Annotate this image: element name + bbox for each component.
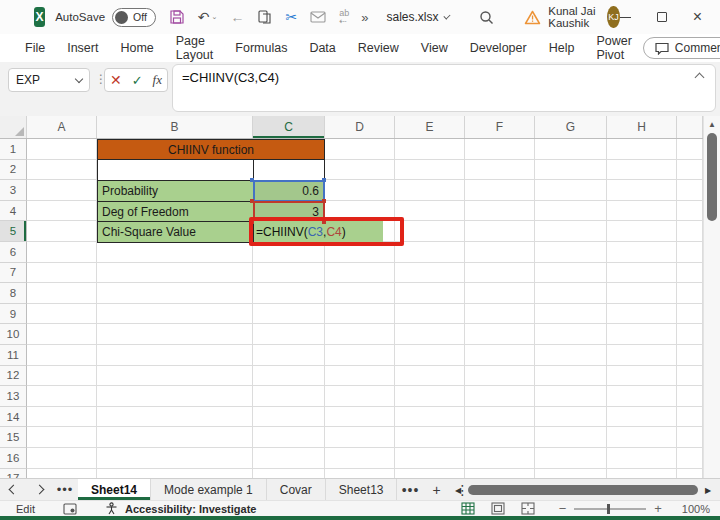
zoom-level[interactable]: 100%	[682, 503, 710, 515]
macro-record-icon[interactable]	[63, 503, 77, 515]
copy-icon[interactable]	[257, 7, 272, 27]
ribbon-tab-insert[interactable]: Insert	[56, 41, 109, 55]
cell-b4-label[interactable]: Deg of Freedom	[97, 201, 254, 223]
row-header-6[interactable]: 6	[0, 242, 27, 263]
zoom-out-icon[interactable]: −	[559, 501, 567, 516]
select-all-corner[interactable]	[0, 116, 27, 138]
ribbon-tab-developer[interactable]: Developer	[459, 41, 538, 55]
row-header-4[interactable]: 4	[0, 201, 27, 222]
column-header-h[interactable]: H	[607, 116, 677, 138]
row-header-12[interactable]: 12	[0, 366, 27, 387]
accessibility-icon[interactable]	[105, 502, 118, 515]
save-icon[interactable]	[169, 7, 185, 27]
cell-b3-label[interactable]: Probability	[97, 180, 254, 202]
user-name[interactable]: Kunal Jai Kaushik	[548, 5, 599, 29]
row-header-15[interactable]: 15	[0, 427, 27, 448]
name-box[interactable]: EXP	[8, 68, 90, 92]
row-header-14[interactable]: 14	[0, 407, 27, 428]
row-header-5[interactable]: 5	[0, 221, 27, 242]
sheet-tab-sheet13[interactable]: Sheet13	[326, 479, 398, 500]
ribbon-tab-power-pivot[interactable]: Power Pivot	[585, 34, 642, 62]
ribbon-tab-home[interactable]: Home	[109, 41, 164, 55]
spreadsheet-grid[interactable]: ABCDEFGH 1234567891011121314151617 CHIIN…	[0, 116, 703, 478]
cut-icon[interactable]: ✂	[285, 7, 297, 27]
name-box-chevron-icon[interactable]	[75, 75, 83, 83]
column-header-partial[interactable]	[677, 116, 703, 138]
vertical-scrollbar-thumb[interactable]	[707, 133, 717, 221]
cell-b2[interactable]	[97, 160, 325, 182]
sheet-tab-sheet14[interactable]: Sheet14	[78, 479, 151, 500]
ribbon-tab-help[interactable]: Help	[538, 41, 586, 55]
column-header-d[interactable]: D	[325, 116, 395, 138]
ribbon-tab-file[interactable]: File	[14, 41, 56, 55]
ribbon-tab-page-layout[interactable]: Page Layout	[165, 34, 225, 62]
maximize-button[interactable]	[657, 12, 667, 22]
column-header-b[interactable]: B	[97, 116, 253, 138]
scroll-up-icon[interactable]: ▲	[704, 116, 720, 129]
confirm-entry-icon[interactable]: ✓	[132, 73, 143, 88]
zoom-slider[interactable]	[574, 508, 646, 510]
normal-view-icon[interactable]	[461, 502, 475, 515]
sheet-tab-mode-example-1[interactable]: Mode example 1	[151, 479, 267, 500]
user-avatar[interactable]: KJ	[607, 6, 619, 28]
horizontal-scrollbar[interactable]: ◀ ▶	[452, 483, 714, 497]
collapse-formula-bar-icon[interactable]	[695, 73, 705, 83]
scroll-left-icon[interactable]: ◀	[452, 486, 464, 495]
cell-c3-value[interactable]: 0.6	[253, 180, 325, 202]
document-title-chevron-icon[interactable]	[444, 13, 451, 20]
zoom-slider-thumb[interactable]	[607, 504, 610, 514]
column-header-c[interactable]: C	[253, 116, 325, 138]
page-break-view-icon[interactable]	[521, 502, 535, 515]
comments-button[interactable]: Comments	[643, 37, 720, 59]
row-header-17[interactable]: 17	[0, 469, 27, 478]
undo-chevron-icon[interactable]: ⌄	[212, 13, 218, 21]
search-icon[interactable]	[479, 7, 494, 27]
row-header-9[interactable]: 9	[0, 304, 27, 325]
range-handle[interactable]	[322, 199, 326, 203]
row-header-8[interactable]: 8	[0, 283, 27, 304]
page-layout-view-icon[interactable]	[491, 502, 505, 515]
row-header-10[interactable]: 10	[0, 324, 27, 345]
cell-b1-title[interactable]: CHIINV function	[97, 139, 325, 160]
insert-function-icon[interactable]: fx	[153, 72, 162, 88]
row-header-7[interactable]: 7	[0, 263, 27, 284]
row-header-1[interactable]: 1	[0, 139, 27, 160]
add-sheet-icon[interactable]: +	[423, 479, 449, 500]
range-handle[interactable]	[322, 178, 326, 182]
ribbon-tab-view[interactable]: View	[410, 41, 459, 55]
sheet-nav-left-icon[interactable]	[0, 479, 26, 500]
vertical-scrollbar[interactable]: ▲	[703, 116, 720, 478]
range-handle[interactable]	[250, 199, 254, 203]
sheet-tab-covar[interactable]: Covar	[267, 479, 326, 500]
column-header-g[interactable]: G	[535, 116, 607, 138]
more-sheets-icon[interactable]: •••	[397, 479, 423, 500]
qat-overflow-icon[interactable]: »	[361, 10, 368, 25]
row-header-3[interactable]: 3	[0, 180, 27, 201]
sheet-nav-right-icon[interactable]	[26, 479, 52, 500]
minimize-button[interactable]	[620, 17, 631, 18]
column-header-a[interactable]: A	[27, 116, 97, 138]
horizontal-scrollbar-thumb[interactable]	[468, 485, 698, 495]
row-header-13[interactable]: 13	[0, 386, 27, 407]
ribbon-tab-data[interactable]: Data	[298, 41, 346, 55]
autosave-toggle[interactable]: Off	[112, 8, 156, 27]
close-button[interactable]: ×	[693, 12, 702, 22]
column-header-f[interactable]: F	[465, 116, 535, 138]
row-header-16[interactable]: 16	[0, 448, 27, 469]
zoom-in-icon[interactable]: +	[654, 501, 662, 516]
scroll-right-icon[interactable]: ▶	[702, 486, 714, 495]
row-header-11[interactable]: 11	[0, 345, 27, 366]
document-title[interactable]: sales.xlsx	[386, 10, 438, 24]
warning-icon[interactable]	[524, 7, 541, 27]
column-header-e[interactable]: E	[395, 116, 465, 138]
accessibility-status[interactable]: Accessibility: Investigate	[125, 503, 256, 515]
sheet-nav-more-icon[interactable]: •••	[52, 479, 78, 500]
ribbon-tab-formulas[interactable]: Formulas	[224, 41, 298, 55]
range-handle[interactable]	[250, 178, 254, 182]
formula-input[interactable]: =CHIINV(C3,C4)	[172, 64, 716, 112]
ribbon-tab-review[interactable]: Review	[347, 41, 410, 55]
cancel-entry-icon[interactable]: ✕	[110, 72, 122, 88]
row-header-2[interactable]: 2	[0, 160, 27, 181]
cell-b5-label[interactable]: Chi-Square Value	[97, 221, 254, 243]
undo-icon[interactable]: ↶⌄	[198, 7, 218, 27]
